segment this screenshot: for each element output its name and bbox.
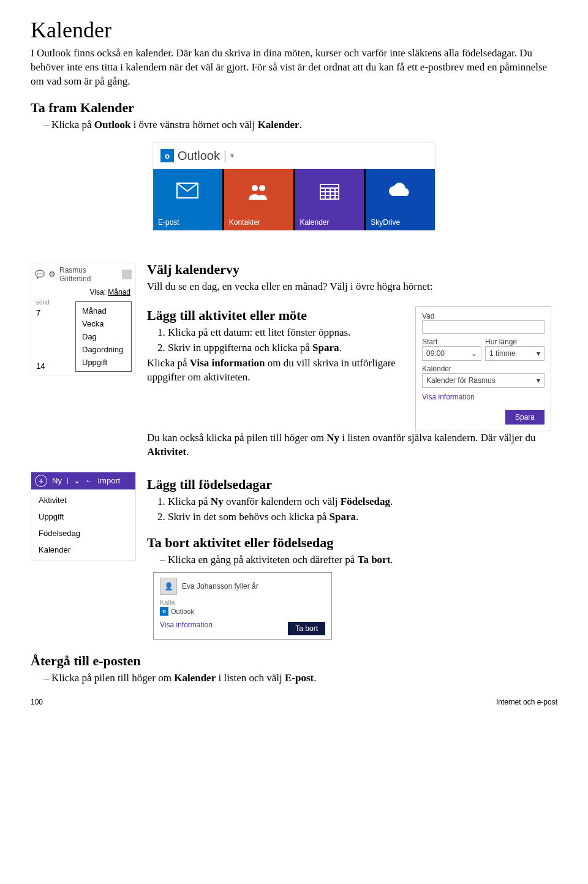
hur-label: Hur länge: [485, 338, 545, 346]
ny-dropdown: + Ny | ⌄ ← Import Aktivitet Uppgift Föde…: [31, 472, 136, 561]
plus-icon: +: [35, 475, 47, 487]
add-info-text: Klicka på Visa information om du vill sk…: [147, 357, 409, 385]
page-title: Kalender: [31, 17, 557, 43]
outlook-logo-icon: o: [160, 149, 174, 162]
outlook-app-switcher: o Outlook | ▾ E-post Kontakter: [153, 142, 435, 231]
ny-item-kalender[interactable]: Kalender: [31, 542, 135, 558]
tile-kalender[interactable]: Kalender: [295, 169, 364, 230]
vad-label: Vad: [422, 312, 545, 320]
mail-icon: [153, 183, 222, 200]
add-ny-text: Du kan också klicka på pilen till höger …: [147, 431, 557, 459]
footer-title: Internet och e-post: [496, 698, 557, 706]
tile-kontakter[interactable]: Kontakter: [224, 169, 293, 230]
heading-fodelsedagar: Lägg till födelsedagar: [147, 477, 557, 493]
view-option-uppgift[interactable]: Uppgift: [82, 356, 125, 369]
kalender-select[interactable]: Kalender för Rasmus ▾: [422, 373, 545, 388]
avatar-icon: 👤: [160, 578, 177, 595]
chevron-down-icon[interactable]: ▾: [230, 151, 234, 160]
valj-vy-text: Vill du se en dag, en vecka eller en mån…: [147, 280, 557, 294]
new-event-popup: Vad Start 09:00 ⌄ Hur länge: [415, 306, 551, 431]
tile-skydrive[interactable]: SkyDrive: [366, 169, 435, 230]
svg-point-0: [252, 185, 258, 191]
ta-fram-step: Klicka på Outlook i övre vänstra hörnet …: [51, 118, 557, 132]
import-button[interactable]: Import: [98, 476, 121, 485]
page-number: 100: [31, 698, 43, 706]
day-14: 14: [31, 359, 53, 373]
chat-icon: 💬: [35, 270, 45, 279]
user-header: 💬 ⚙ Rasmus Glittertind: [31, 263, 135, 285]
heading-lagg-till: Lägg till aktivitet eller möte: [147, 308, 409, 323]
heading-valj-vy: Välj kalendervy: [147, 262, 557, 278]
ny-item-uppgift[interactable]: Uppgift: [31, 508, 135, 525]
visa-info-link[interactable]: Visa information: [160, 621, 213, 629]
settings-icon: ⚙: [48, 270, 56, 279]
cloud-icon: [366, 183, 435, 199]
visa-label[interactable]: Visa: Månad: [89, 288, 130, 297]
start-select[interactable]: 09:00 ⌄: [422, 346, 481, 361]
svg-point-1: [259, 185, 265, 191]
chevron-down-icon[interactable]: ⌄: [74, 476, 80, 485]
day-7: 7: [31, 306, 53, 320]
user-name: Rasmus Glittertind: [59, 266, 118, 283]
heading-aterga: Återgå till e-posten: [31, 653, 557, 669]
outlook-brand-label: Outlook: [178, 149, 220, 163]
page-footer: 100 Internet och e-post: [31, 686, 557, 706]
tile-epost[interactable]: E-post: [153, 169, 222, 230]
tile-kalender-label: Kalender: [300, 218, 330, 227]
event-title: Eva Johansson fyller år: [182, 582, 258, 591]
chevron-down-icon: ▾: [537, 349, 540, 358]
outlook-logo-icon: o: [160, 607, 168, 616]
bday-step-1: Klicka på Ny ovanför kalendern och välj …: [168, 495, 557, 509]
tile-skydrive-label: SkyDrive: [371, 218, 400, 227]
tile-kontakter-label: Kontakter: [229, 218, 260, 227]
chevron-down-icon: ⌄: [471, 349, 477, 358]
ta-bort-button[interactable]: Ta bort: [288, 622, 325, 635]
vad-input[interactable]: [422, 320, 545, 334]
del-step: Klicka en gång på aktiviteten och däreft…: [168, 553, 557, 567]
spara-button[interactable]: Spara: [505, 410, 545, 425]
view-option-dagordning[interactable]: Dagordning: [82, 343, 125, 356]
event-detail-card: 👤 Eva Johansson fyller år Källa o Outloo…: [153, 572, 332, 640]
source-app: Outlook: [171, 608, 194, 615]
outlook-header[interactable]: o Outlook | ▾: [153, 143, 435, 169]
heading-ta-fram: Ta fram Kalender: [31, 100, 557, 116]
kalender-label: Kalender: [422, 365, 545, 373]
avatar-icon: [122, 270, 132, 279]
start-label: Start: [422, 338, 481, 346]
people-icon: [224, 183, 293, 203]
tile-epost-label: E-post: [158, 218, 179, 227]
intro-text: I Outlook finns också en kalender. Där k…: [31, 47, 557, 89]
calendar-icon: [295, 183, 364, 202]
source-label: Källa: [160, 599, 325, 606]
heading-ta-bort: Ta bort aktivitet eller födelsedag: [147, 535, 557, 551]
back-step: Klicka på pilen till höger om Kalender i…: [51, 671, 557, 686]
view-option-vecka[interactable]: Vecka: [82, 317, 125, 330]
hur-select[interactable]: 1 timme ▾: [485, 346, 545, 361]
add-step-2: Skriv in uppgifterna och klicka på Spara…: [168, 341, 409, 355]
bday-step-2: Skriv in det som behövs och klicka på Sp…: [168, 510, 557, 524]
ny-item-aktivitet[interactable]: Aktivitet: [31, 492, 135, 508]
ny-item-fodelsedag[interactable]: Födelsedag: [31, 525, 135, 542]
calendar-view-menu: 💬 ⚙ Rasmus Glittertind Visa: Månad sönd: [31, 263, 136, 376]
ny-button[interactable]: Ny: [52, 476, 62, 485]
view-option-manad[interactable]: Månad: [82, 304, 125, 317]
chevron-down-icon: ▾: [537, 376, 540, 385]
visa-info-link[interactable]: Visa information: [422, 393, 475, 401]
weekday-label: sönd: [31, 299, 53, 306]
add-step-1: Klicka på ett datum: ett litet fönster ö…: [168, 326, 409, 340]
view-option-dag[interactable]: Dag: [82, 330, 125, 343]
